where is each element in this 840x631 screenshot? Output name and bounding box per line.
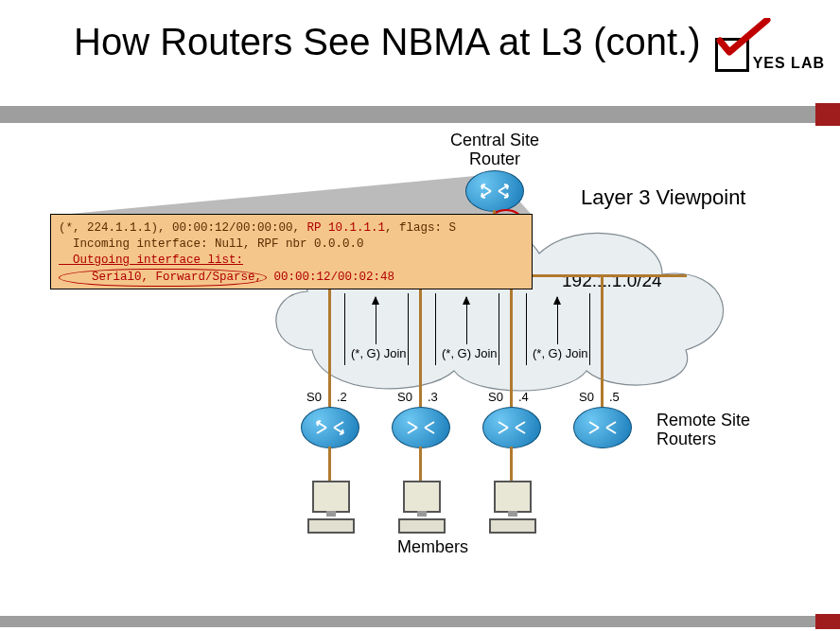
link-r2 <box>328 274 331 407</box>
cli-line-4: Serial0, Forward/Sparse, 00:00:12/00:02:… <box>59 269 524 287</box>
slide-root: How Routers See NBMA at L3 (cont.) YES L… <box>0 0 840 631</box>
central-router-label: Router <box>443 149 547 169</box>
cli-l4a: Serial0, Forward/Sparse, <box>59 269 267 287</box>
join-box-1 <box>344 293 409 365</box>
remote-router-5-icon <box>573 407 632 448</box>
cli-output-box: (*, 224.1.1.1), 00:00:12/00:00:00, RP 10… <box>50 214 533 289</box>
link-pc-4 <box>510 447 513 481</box>
r3-ip: .3 <box>428 390 438 404</box>
remote-site-label: Remote Site <box>656 411 750 430</box>
members-label: Members <box>397 537 468 557</box>
r5-if: S0 <box>579 390 594 404</box>
top-divider <box>0 106 840 123</box>
r2-ip: .2 <box>337 390 347 404</box>
link-pc-3 <box>419 447 422 481</box>
viewpoint-label: Layer 3 Viewpoint <box>581 185 746 210</box>
bottom-divider <box>0 616 840 627</box>
member-pc-2-icon <box>403 481 446 534</box>
remote-routers-label: Routers <box>656 429 716 449</box>
slide-title: How Routers See NBMA at L3 (cont.) <box>74 21 701 63</box>
central-router-icon <box>465 170 524 212</box>
cli-line-1: (*, 224.1.1.1), 00:00:12/00:00:00, RP 10… <box>59 220 524 237</box>
join-box-3 <box>526 293 590 365</box>
r3-if: S0 <box>397 390 412 404</box>
cli-line-3: Outgoing interface list: <box>59 253 524 269</box>
cli-l1c: , flags: S <box>385 221 456 235</box>
cli-l1b: RP 10.1.1.1 <box>307 221 386 235</box>
r2-if: S0 <box>306 390 322 404</box>
member-pc-1-icon <box>312 481 355 534</box>
cli-line-2: Incoming interface: Null, RPF nbr 0.0.0.… <box>59 237 524 253</box>
central-site-label: Central Site <box>443 131 547 150</box>
yes-lab-logo: YES LAB <box>715 38 825 72</box>
link-r4 <box>510 274 513 407</box>
r4-ip: .4 <box>518 390 529 404</box>
link-pc-2 <box>328 447 331 481</box>
remote-router-3-icon <box>392 407 450 448</box>
cli-l4b: 00:00:12/00:02:48 <box>267 271 394 284</box>
cli-l1a: (*, 224.1.1.1), 00:00:12/00:00:00, <box>59 221 307 235</box>
logo-checkmark-icon <box>716 18 771 63</box>
r4-if: S0 <box>488 390 503 404</box>
remote-router-2-icon <box>301 407 359 448</box>
remote-router-4-icon <box>482 407 541 448</box>
link-r3 <box>419 274 422 407</box>
join-box-2 <box>435 293 499 365</box>
member-pc-3-icon <box>494 481 536 534</box>
link-r5 <box>601 274 604 407</box>
logo-checkbox-icon <box>715 38 749 72</box>
r5-ip: .5 <box>609 390 620 404</box>
